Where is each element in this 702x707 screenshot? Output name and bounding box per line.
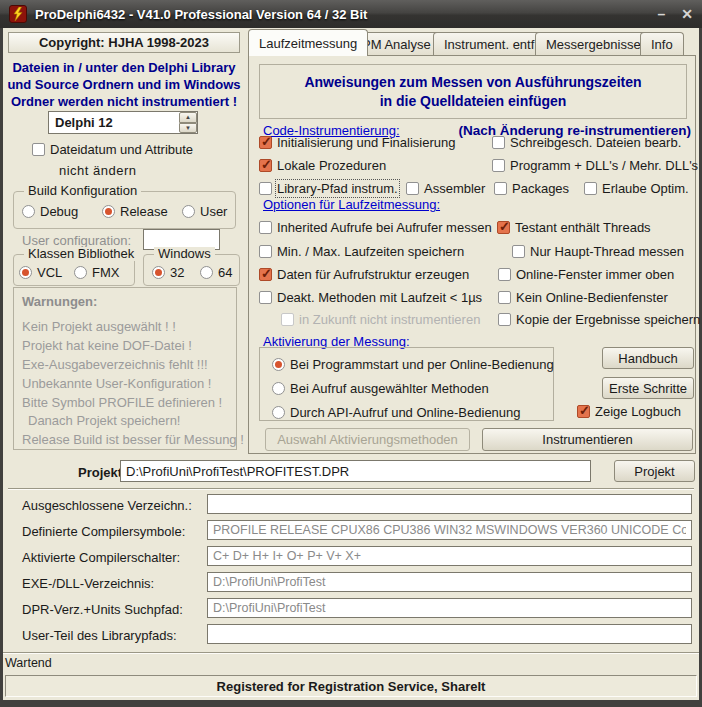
warning-line: Release Build ist besser für Messung !	[22, 432, 244, 447]
tab-laufzeitmessung[interactable]: Laufzeitmessung	[248, 29, 368, 56]
checkbox-testant-threads[interactable]: Testant enthält Threads	[497, 219, 651, 235]
spin-up-icon[interactable]: ▲	[179, 112, 197, 123]
checkbox-label: Dateidatum und Attribute	[50, 142, 193, 157]
build-config-title: Build Konfiguration	[24, 184, 141, 198]
instrumentation-notice: Dateien in / unter den Delphi Library un…	[7, 59, 241, 110]
checkbox-aufrufstruktur[interactable]: Daten für Aufrufstruktur erzeugen	[259, 266, 469, 282]
radio-ausgewaehlte-methoden[interactable]: Bei Aufruf ausgewählter Methoden	[272, 381, 489, 396]
tab-label: Info	[651, 37, 673, 52]
warnings-title: Warnungen:	[22, 294, 97, 309]
class-library-group: Klassen Bibliothek VCL FMX	[13, 254, 135, 286]
instrumentieren-button[interactable]: Instrumentieren	[482, 428, 693, 451]
window-controls: – ✕	[657, 7, 693, 21]
checkbox-label: Lokale Prozeduren	[277, 158, 386, 173]
file-attr-checkbox[interactable]: Dateidatum und Attribute	[32, 141, 193, 157]
checkbox-icon	[259, 221, 272, 234]
radio-label: User	[200, 204, 227, 219]
warning-line: Danach Projekt speichern!	[28, 413, 180, 428]
checkbox-online-fenster-oben[interactable]: Online-Fenster immer oben	[498, 266, 674, 282]
spin-down-icon[interactable]: ▼	[179, 123, 197, 134]
radio-label: Durch API-Aufruf und Online-Bedienung	[290, 405, 521, 420]
radio-label: FMX	[92, 265, 119, 280]
checkbox-init-finalisierung[interactable]: Initialisierung und Finalisierung	[259, 134, 456, 150]
checkbox-kopie-ergebnisse[interactable]: Kopie der Ergebnisse speichern	[498, 311, 700, 327]
checkbox-library-pfad[interactable]: Library-Pfad instrum.	[259, 180, 398, 196]
radio-user[interactable]: User	[182, 204, 227, 219]
radio-icon	[272, 382, 285, 395]
checkbox-assembler[interactable]: Assembler	[406, 180, 485, 196]
checkbox-icon	[584, 182, 597, 195]
radio-api-aufruf[interactable]: Durch API-Aufruf und Online-Bedienung	[272, 405, 521, 420]
radio-label: Bei Programmstart und per Online-Bedienu…	[290, 357, 554, 372]
radio-icon	[19, 266, 32, 279]
compilersymbole-input[interactable]	[207, 520, 692, 540]
radio-vcl[interactable]: VCL	[19, 265, 62, 280]
radio-programmstart[interactable]: Bei Programmstart und per Online-Bedienu…	[272, 357, 554, 372]
tab-label: PM Analyse	[362, 37, 431, 52]
checkbox-label: Kopie der Ergebnisse speichern	[516, 312, 700, 327]
radio-icon	[152, 266, 165, 279]
tab-label: Messergebnisse	[546, 37, 641, 52]
checkbox-programm-dlls[interactable]: Programm + DLL's / Mehr. DLL's	[492, 157, 698, 173]
checkbox-icon	[259, 245, 272, 258]
checkbox-icon	[577, 405, 590, 418]
checkbox-label: Testant enthält Threads	[515, 220, 651, 235]
checkbox-inherited-aufrufe[interactable]: Inherited Aufrufe bei Aufrufer messen	[259, 219, 492, 235]
checkbox-label: Kein Online-Bedienfenster	[516, 290, 668, 305]
radio-win32[interactable]: 32	[152, 265, 184, 280]
tab-messergebnisse[interactable]: Messergebnisse	[535, 32, 652, 55]
tab-instrument-entf[interactable]: Instrument. entf.	[433, 32, 549, 55]
checkbox-label: in Zukunft nicht instrumentieren	[299, 312, 480, 327]
user-librarypfad-input[interactable]	[207, 624, 692, 644]
checkbox-kein-bedienfenster[interactable]: Kein Online-Bedienfenster	[498, 289, 668, 305]
checkbox-label: Schreibgesch. Dateien bearb.	[510, 135, 681, 150]
checkbox-icon	[492, 136, 505, 149]
build-config-group: Build Konfiguration Debug Release User	[13, 191, 236, 229]
checkbox-icon	[259, 136, 272, 149]
delphi-version-spinner[interactable]: Delphi 12 ▲ ▼	[48, 111, 198, 134]
erste-schritte-button[interactable]: Erste Schritte	[602, 377, 694, 399]
checkbox-schreibgesch[interactable]: Schreibgesch. Dateien bearb.	[492, 134, 681, 150]
checkbox-erlaube-optim[interactable]: Erlaube Optim.	[584, 180, 689, 196]
checkbox-nur-haupt-thread[interactable]: Nur Haupt-Thread messen	[512, 243, 684, 259]
minimize-icon[interactable]: –	[657, 7, 665, 21]
checkbox-icon	[512, 245, 525, 258]
checkbox-icon	[259, 182, 272, 195]
checkbox-packages[interactable]: Packages	[494, 180, 569, 196]
checkbox-icon	[497, 221, 510, 234]
windows-target-group: Windows 32 64	[143, 254, 240, 286]
checkbox-lokale-prozeduren[interactable]: Lokale Prozeduren	[259, 157, 386, 173]
projekt-button[interactable]: Projekt	[614, 460, 695, 482]
compilerschalter-input[interactable]	[207, 546, 692, 566]
checkbox-min-max-laufzeiten[interactable]: Min. / Max. Laufzeiten speichern	[259, 243, 464, 259]
close-icon[interactable]: ✕	[681, 7, 693, 21]
checkbox-label: Erlaube Optim.	[602, 181, 689, 196]
checkbox-zeige-logbuch[interactable]: Zeige Logbuch	[577, 403, 681, 419]
window-title: ProDelphi6432 - V41.0 Professional Versi…	[35, 7, 367, 22]
dpr-verz-suchpfad-input[interactable]	[207, 598, 692, 618]
exe-dll-verzeichnis-input[interactable]	[207, 572, 692, 592]
ausgeschlossene-verzeichnisse-input[interactable]	[207, 494, 692, 514]
radio-icon	[272, 358, 285, 371]
file-attr-label-line2: nicht ändern	[59, 163, 137, 178]
tab-info[interactable]: Info	[640, 32, 684, 55]
tab-label: Instrument. entf.	[444, 37, 538, 52]
radio-win64[interactable]: 64	[200, 265, 232, 280]
checkbox-icon	[498, 268, 511, 281]
header-line: Anweisungen zum Messen von Ausführungsze…	[304, 74, 641, 90]
radio-icon	[74, 266, 87, 279]
notice-line: Dateien in / unter den Delphi Library	[7, 59, 241, 76]
radio-debug[interactable]: Debug	[22, 204, 78, 219]
notice-line: und Source Ordnern und im Windows	[7, 76, 241, 93]
checkbox-icon	[259, 159, 272, 172]
radio-fmx[interactable]: FMX	[74, 265, 119, 280]
instruction-header-box: Anweisungen zum Messen von Ausführungsze…	[259, 64, 687, 119]
projektdatei-input[interactable]	[120, 460, 591, 482]
radio-release[interactable]: Release	[102, 204, 168, 219]
section-divider	[8, 488, 694, 490]
radio-label: 32	[170, 265, 184, 280]
field-label: EXE-/DLL-Verzeichnis:	[22, 576, 154, 591]
handbuch-button[interactable]: Handbuch	[602, 347, 694, 369]
checkbox-deakt-methoden[interactable]: Deakt. Methoden mit Laufzeit < 1µs	[259, 289, 482, 305]
checkbox-icon	[494, 182, 507, 195]
